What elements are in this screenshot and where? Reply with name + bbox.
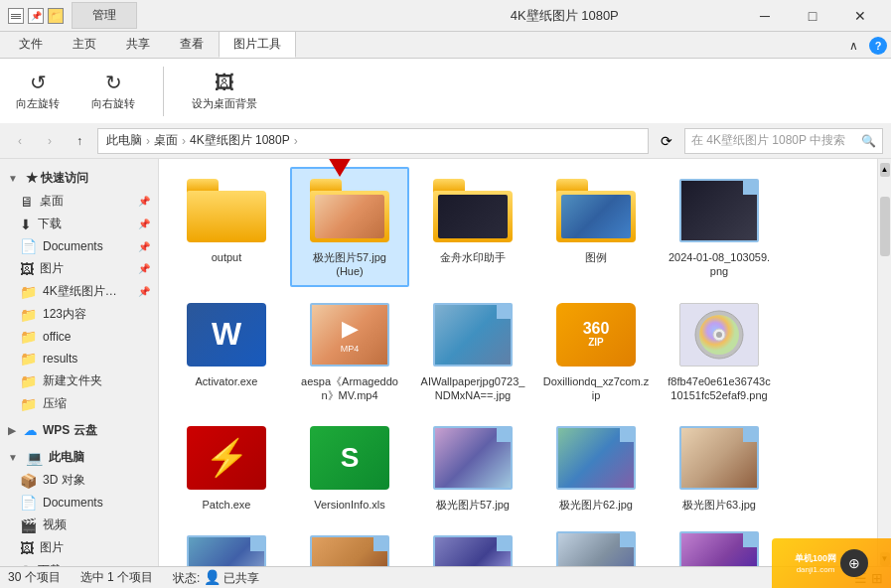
file-item-aurora64[interactable]: 极光图片64.jpg: [167, 523, 286, 566]
versioninfo-name: VersionInfo.xls: [314, 498, 385, 512]
desktop-icon: 🖥: [20, 194, 34, 210]
file-item-bottom2[interactable]: [660, 523, 779, 566]
pics2-icon: 🖼: [20, 540, 34, 556]
system-menu-icon[interactable]: [8, 8, 24, 24]
hue-name: 极光图片57.jpg(Hue): [313, 250, 386, 279]
sidebar-item-desktop[interactable]: 🖥 桌面 📌: [0, 190, 158, 213]
bottom2-thumb: [674, 531, 764, 566]
sidebar-item-results[interactable]: 📁 results: [0, 348, 158, 369]
tab-file[interactable]: 文件: [4, 31, 58, 58]
sidebar-item-3d[interactable]: 📦 3D 对象: [0, 469, 158, 492]
file-item-aurora63[interactable]: 极光图片63.jpg: [660, 414, 779, 519]
status-bar: 30 个项目 选中 1 个项目 状态: 👤 已共享 ☰ ⊞: [0, 566, 891, 588]
file-item-patch[interactable]: ⚡ Patch.exe: [167, 414, 286, 519]
sidebar-item-documents[interactable]: 📄 Documents 📌: [0, 235, 158, 257]
set-wallpaper-btn[interactable]: 🖼 设为桌面背景: [184, 66, 265, 117]
manage-tab[interactable]: 管理: [72, 2, 137, 29]
aespa-name: aespa《Armageddon》MV.mp4: [296, 374, 403, 403]
aespa-thumb: ▶ MP4: [305, 299, 394, 370]
sidebar-item-123[interactable]: 📁 123内容: [0, 303, 158, 326]
sidebar-item-pics2[interactable]: 🖼 图片: [0, 536, 158, 559]
aespa-icon: ▶ MP4: [310, 303, 389, 367]
patch-name: Patch.exe: [203, 498, 251, 512]
sidebar-item-office[interactable]: 📁 office: [0, 326, 158, 348]
path-folder: 4K壁纸图片 1080P: [190, 132, 290, 149]
up-button[interactable]: ↑: [68, 129, 91, 153]
search-box[interactable]: 在 4K壁纸图片 1080P 中搜索 🔍: [684, 128, 883, 154]
scrollbar-thumb[interactable]: [880, 197, 890, 256]
file-item-aiwallpaper[interactable]: AIWallpaperjpg0723_NDMxNA==.jpg: [413, 291, 532, 411]
quick-access-icon[interactable]: 📌: [28, 8, 44, 24]
sidebar-item-download[interactable]: ⬇ 下载 📌: [0, 213, 158, 235]
file-item-screenshot[interactable]: 2024-01-08_103059.png: [660, 167, 779, 287]
new-folder-icon: 📁: [20, 373, 37, 389]
file-item-zip[interactable]: 360 ZIP Doxilliondq_xz7com.zip: [536, 291, 656, 411]
tab-view[interactable]: 查看: [165, 31, 219, 58]
output-name: output: [212, 250, 242, 264]
help-button[interactable]: ?: [869, 37, 887, 55]
refresh-button[interactable]: ⟳: [655, 129, 678, 153]
file-item-hue[interactable]: 极光图片57.jpg(Hue): [290, 167, 409, 287]
file-item-aespa[interactable]: ▶ MP4 aespa《Armageddon》MV.mp4: [290, 291, 409, 411]
file-item-cd[interactable]: f8fb47e0e61e36743c10151fc52efaf9.png: [660, 291, 779, 411]
address-path[interactable]: 此电脑 › 桌面 › 4K壁纸图片 1080P ›: [97, 128, 649, 154]
window-controls: ─ □ ✕: [742, 0, 883, 32]
sidebar-item-4k[interactable]: 📁 4K壁纸图片… 📌: [0, 280, 158, 303]
sidebar-item-pictures[interactable]: 🖼 图片 📌: [0, 257, 158, 280]
tab-picture-tools[interactable]: 图片工具: [219, 31, 296, 58]
aurora65-icon: [310, 535, 389, 566]
rotate-right-icon: ↻: [105, 71, 122, 94]
file-item-versioninfo[interactable]: S VersionInfo.xls: [290, 414, 409, 519]
sidebar-item-new-folder[interactable]: 📁 新建文件夹: [0, 369, 158, 392]
tab-share[interactable]: 共享: [111, 31, 165, 58]
title-tabs: 管理: [72, 2, 387, 29]
wps-cloud-header[interactable]: ▶ ☁ WPS 云盘: [0, 419, 158, 442]
this-pc-header[interactable]: ▼ 💻 此电脑: [0, 446, 158, 469]
zip-thumb: 360 ZIP: [551, 299, 641, 370]
folder-icon-small[interactable]: 📁: [48, 8, 64, 24]
sidebar-item-docs2[interactable]: 📄 Documents: [0, 492, 158, 514]
title-bar: 📌 📁 管理 4K壁纸图片 1080P ─ □ ✕: [0, 0, 891, 32]
cd-icon: [679, 303, 759, 367]
aurora65-thumb: [305, 531, 394, 566]
svg-rect-1: [11, 16, 21, 17]
sidebar-item-compress[interactable]: 📁 压缩: [0, 392, 158, 415]
danji-overlay: 单机100网 danji1.com ⊕: [772, 538, 891, 588]
scrollbar-up[interactable]: ▲: [880, 163, 890, 177]
file-item-activator[interactable]: W Activator.exe: [167, 291, 286, 411]
maximize-button[interactable]: □: [790, 0, 835, 32]
forward-button[interactable]: ›: [38, 129, 62, 153]
file-item-legend[interactable]: 图例: [536, 167, 656, 287]
bottom1-thumb: [551, 531, 641, 566]
file-item-bottom1[interactable]: [536, 523, 656, 566]
share-icon: 👤: [204, 569, 221, 585]
file-item-watermark[interactable]: 金舟水印助手: [413, 167, 532, 287]
file-item-output[interactable]: output: [167, 167, 286, 287]
close-button[interactable]: ✕: [837, 0, 883, 32]
tab-home[interactable]: 主页: [58, 31, 111, 58]
wallpaper-icon: 🖼: [215, 72, 234, 94]
aurora64-thumb: [182, 531, 271, 566]
file-item-aurora65[interactable]: 极光图片65.jpg: [290, 523, 409, 566]
download-icon: ⬇: [20, 217, 32, 232]
aurora57-icon: [433, 426, 513, 490]
back-button[interactable]: ‹: [8, 129, 32, 153]
file-item-aurora62[interactable]: 极光图片62.jpg: [536, 414, 656, 519]
rotate-right-btn[interactable]: ↻ 向右旋转: [83, 66, 143, 117]
minimize-button[interactable]: ─: [742, 0, 788, 32]
file-item-aurora66[interactable]: 极光图片66.jpg: [413, 523, 532, 566]
activator-name: Activator.exe: [196, 374, 258, 388]
sidebar-item-video[interactable]: 🎬 视频: [0, 514, 158, 536]
ribbon-collapse[interactable]: ∧: [841, 34, 865, 58]
pictures-icon: 🖼: [20, 261, 34, 277]
rotate-left-btn[interactable]: ↺ 向左旋转: [8, 66, 68, 117]
3d-icon: 📦: [20, 473, 37, 489]
activator-thumb: W: [182, 299, 271, 370]
aurora64-icon: [187, 535, 266, 566]
scrollbar[interactable]: ▲ ▼: [877, 159, 891, 566]
sidebar-item-dl2[interactable]: ⬇ 下载: [0, 559, 158, 566]
file-item-aurora57[interactable]: 极光图片57.jpg: [413, 414, 532, 519]
ribbon-content: ↺ 向左旋转 ↻ 向右旋转 🖼 设为桌面背景: [0, 58, 891, 123]
folder-office-icon: 📁: [20, 329, 37, 345]
aurora57-thumb: [428, 422, 518, 494]
